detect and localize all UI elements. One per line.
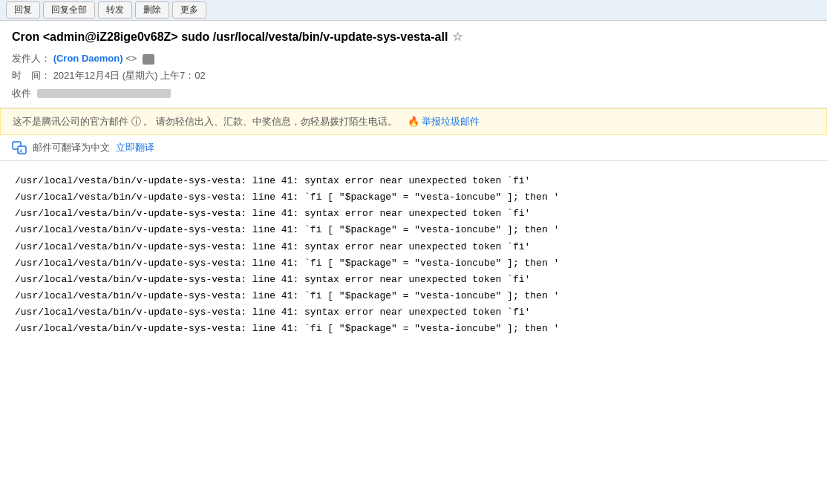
recipient-label: 收件	[12, 88, 31, 99]
sender-label: 发件人：	[12, 53, 50, 64]
sender-angle: <>	[125, 53, 137, 64]
body-line: /usr/local/vesta/bin/v-update-sys-vesta:…	[15, 189, 812, 206]
sender-row: 发件人： (Cron Daemon) <>	[12, 50, 815, 67]
body-line: /usr/local/vesta/bin/v-update-sys-vesta:…	[15, 222, 812, 238]
toolbar: 回复 回复全部 转发 删除 更多	[0, 0, 827, 21]
body-line: /usr/local/vesta/bin/v-update-sys-vesta:…	[15, 173, 812, 189]
translate-bar: A 邮件可翻译为中文 立即翻译	[0, 135, 827, 161]
body-line: /usr/local/vesta/bin/v-update-sys-vesta:…	[15, 272, 812, 288]
reply-all-button[interactable]: 回复全部	[43, 1, 95, 19]
contact-card-icon[interactable]	[143, 54, 154, 65]
time-label: 时 间：	[12, 70, 50, 81]
translate-link[interactable]: 立即翻译	[116, 141, 154, 154]
delete-button[interactable]: 删除	[135, 1, 169, 19]
forward-button[interactable]: 转发	[98, 1, 132, 19]
email-header: Cron <admin@iZ28ige0v68Z> sudo /usr/loca…	[0, 21, 827, 108]
star-icon[interactable]: ☆	[452, 30, 462, 44]
body-line: /usr/local/vesta/bin/v-update-sys-vesta:…	[15, 255, 812, 272]
reply-button[interactable]: 回复	[6, 1, 40, 19]
body-line: /usr/local/vesta/bin/v-update-sys-vesta:…	[15, 321, 812, 337]
body-line: /usr/local/vesta/bin/v-update-sys-vesta:…	[15, 288, 812, 304]
body-line: /usr/local/vesta/bin/v-update-sys-vesta:…	[15, 206, 812, 222]
recipient-address	[37, 89, 171, 98]
report-spam-link[interactable]: 🔥 举报垃圾邮件	[408, 115, 480, 128]
time-value: 2021年12月4日 (星期六) 上午7：02	[53, 70, 206, 81]
spam-warning-bar: 这不是腾讯公司的官方邮件 ⓘ 。 请勿轻信出入、汇款、中奖信息，勿轻易拨打陌生电…	[0, 108, 827, 135]
svg-text:A: A	[19, 148, 23, 154]
time-row: 时 间： 2021年12月4日 (星期六) 上午7：02	[12, 67, 815, 84]
spam-warning-text: 这不是腾讯公司的官方邮件 ⓘ 。 请勿轻信出入、汇款、中奖信息，勿轻易拨打陌生电…	[13, 115, 397, 128]
email-meta: 发件人： (Cron Daemon) <> 时 间： 2021年12月4日 (星…	[12, 50, 815, 102]
subject-text: Cron <admin@iZ28ige0v68Z> sudo /usr/loca…	[12, 30, 448, 44]
email-body: /usr/local/vesta/bin/v-update-sys-vesta:…	[0, 161, 827, 349]
sender-name[interactable]: (Cron Daemon)	[53, 53, 123, 64]
email-subject: Cron <admin@iZ28ige0v68Z> sudo /usr/loca…	[12, 30, 815, 44]
email-container: 回复 回复全部 转发 删除 更多 Cron <admin@iZ28ige0v68…	[0, 0, 827, 504]
more-button[interactable]: 更多	[172, 1, 206, 19]
body-line: /usr/local/vesta/bin/v-update-sys-vesta:…	[15, 239, 812, 255]
translate-icon: A	[12, 141, 27, 154]
translate-text: 邮件可翻译为中文	[33, 141, 110, 154]
body-line: /usr/local/vesta/bin/v-update-sys-vesta:…	[15, 304, 812, 321]
recipient-row: 收件	[12, 85, 815, 102]
